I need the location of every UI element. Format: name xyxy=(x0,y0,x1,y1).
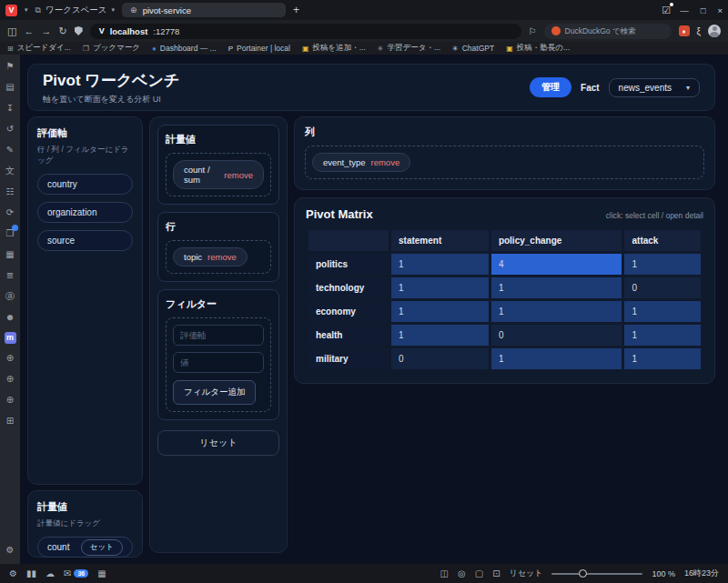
dimension-pill-source[interactable]: source xyxy=(37,230,133,251)
maximize-button[interactable]: □ xyxy=(701,5,706,15)
capture-icon[interactable]: ▢ xyxy=(475,568,483,578)
profile-avatar[interactable] xyxy=(708,25,721,37)
bookmark-panel-icon[interactable]: ⚑ xyxy=(6,60,15,73)
admin-button[interactable]: 管理 xyxy=(530,77,571,97)
forward-button[interactable]: → xyxy=(41,25,51,36)
url-field[interactable]: V localhost :12778 xyxy=(90,24,521,39)
page-actions-icon[interactable]: ◎ xyxy=(458,568,466,578)
matrix-cell[interactable]: 1 xyxy=(491,348,622,369)
bookmark-item[interactable]: ✳ChatGPT xyxy=(452,44,494,53)
back-button[interactable]: ← xyxy=(24,25,34,36)
panel-toggle-icon[interactable]: ◫ xyxy=(7,25,16,37)
filter-dropzone[interactable]: フィルター追加 xyxy=(166,317,271,412)
translate-icon[interactable]: 文 xyxy=(5,165,15,177)
matrix-cell[interactable]: 4 xyxy=(491,254,622,275)
measure-pill-count[interactable]: count セット xyxy=(37,537,133,558)
matrix-cell[interactable]: 1 xyxy=(624,325,701,346)
tasks-icon[interactable]: ☑ xyxy=(662,5,671,16)
reset-button[interactable]: リセット xyxy=(157,430,279,456)
calendar-panel-icon[interactable]: ▦ xyxy=(5,248,14,261)
add-filter-button[interactable]: フィルター追加 xyxy=(173,380,256,405)
matrix-cell[interactable]: 1 xyxy=(491,277,622,298)
measures-dropzone[interactable]: count / sum remove xyxy=(166,153,271,196)
bookmark-item[interactable]: ❐ブックマーク xyxy=(83,43,140,54)
vivaldi-menu-caret-icon[interactable]: ▾ xyxy=(25,6,28,14)
new-tab-button[interactable]: + xyxy=(293,4,299,16)
matrix-cell[interactable]: 1 xyxy=(624,301,701,322)
zoom-slider-knob[interactable] xyxy=(579,569,587,578)
close-button[interactable]: × xyxy=(717,5,723,15)
search-input[interactable] xyxy=(565,26,664,35)
rows-dropzone[interactable]: topic remove xyxy=(166,240,271,274)
history-icon[interactable]: ↺ xyxy=(6,123,14,136)
matrix-cell[interactable]: 1 xyxy=(391,254,489,275)
add-web-panel-icon[interactable]: ⊞ xyxy=(6,415,14,427)
columns-dropzone[interactable]: event_type remove xyxy=(305,146,704,179)
bookmark-item[interactable]: ▣投稿を追加・... xyxy=(302,43,366,54)
measure-chip[interactable]: count / sum remove xyxy=(173,160,264,189)
matrix-cell[interactable]: 0 xyxy=(391,348,489,369)
row-remove-link[interactable]: remove xyxy=(207,252,237,262)
bookmark-item[interactable]: ⊞スピードダイ... xyxy=(7,43,71,54)
bookmark-item[interactable]: ✳学習データ・... xyxy=(378,43,440,54)
fact-select[interactable]: news_events ▾ xyxy=(609,78,700,97)
filter-card: フィルター フィルター追加 xyxy=(157,289,279,420)
row-chip[interactable]: topic remove xyxy=(173,247,248,266)
mail-status-icon[interactable]: ✉36 xyxy=(64,568,88,578)
web-panel-globe-icon[interactable]: ⊕ xyxy=(6,373,14,386)
bookmark-item[interactable]: PPortainer | local xyxy=(228,44,290,53)
matrix-cell[interactable]: 0 xyxy=(491,325,622,346)
sync-panel-icon[interactable]: ⟳ xyxy=(6,206,14,219)
dimensions-card: 評価軸 行 / 列 / フィルターにドラッグ country organizat… xyxy=(27,116,143,485)
reload-button[interactable]: ↻ xyxy=(58,25,66,37)
contacts-panel-icon[interactable]: ☻ xyxy=(5,311,15,324)
sync-cloud-icon[interactable]: ☁ xyxy=(46,568,55,578)
extension-2-icon[interactable]: ξ xyxy=(697,26,701,36)
extension-icon[interactable]: ♦ xyxy=(679,25,690,36)
column-remove-link[interactable]: remove xyxy=(370,157,399,167)
tab-pivot-service[interactable]: ⊕ pivot-service xyxy=(122,3,286,17)
m-web-panel-icon[interactable]: m xyxy=(5,332,16,344)
minimize-button[interactable]: — xyxy=(680,5,689,15)
web-panel-globe-icon[interactable]: ⊕ xyxy=(6,352,14,365)
workspace-switcher[interactable]: ⧉ ワークスペース ▾ xyxy=(35,5,116,16)
dimension-pill-country[interactable]: country xyxy=(37,174,133,195)
bookmark-favicon-icon: ❐ xyxy=(83,45,89,53)
window-panel-icon[interactable]: ☷ xyxy=(6,186,15,198)
bookmark-item[interactable]: ▣投稿・塾長の... xyxy=(506,43,570,54)
set-measure-button[interactable]: セット xyxy=(81,539,123,556)
zoom-slider[interactable] xyxy=(551,573,642,575)
web-panel-globe-icon[interactable]: ⊕ xyxy=(6,394,14,407)
pause-animations-icon[interactable]: ▮▮ xyxy=(26,568,36,578)
measures-title: 計量値 xyxy=(166,133,271,146)
calendar-status-icon[interactable]: ▦ xyxy=(97,568,106,578)
feeds-panel-icon[interactable]: ≣ xyxy=(6,269,14,282)
column-chip[interactable]: event_type remove xyxy=(312,153,410,172)
reading-list-icon[interactable]: ▤ xyxy=(5,81,14,94)
dimension-pill-organization[interactable]: organization xyxy=(37,202,133,223)
matrix-cell[interactable]: 1 xyxy=(624,348,701,369)
bookmark-item[interactable]: ●Dashboard — ... xyxy=(152,44,217,53)
filter-axis-input[interactable] xyxy=(173,325,264,346)
matrix-cell[interactable]: 1 xyxy=(391,325,489,346)
images-toggle-icon[interactable]: ◫ xyxy=(440,568,449,578)
settings-gear-icon[interactable]: ⚙ xyxy=(6,544,15,557)
matrix-cell[interactable]: 1 xyxy=(491,301,622,322)
web-panel-a-icon[interactable]: ⓐ xyxy=(5,290,15,303)
bookmark-flag-icon[interactable]: ⚐ xyxy=(529,26,537,36)
filter-value-input[interactable] xyxy=(173,352,264,373)
shield-icon[interactable] xyxy=(75,26,83,35)
zoom-reset-button[interactable]: リセット xyxy=(510,568,543,579)
matrix-cell[interactable]: 1 xyxy=(391,301,489,322)
matrix-cell[interactable]: 1 xyxy=(624,254,701,275)
matrix-cell[interactable]: 1 xyxy=(391,277,489,298)
snapshot-icon[interactable]: ⊡ xyxy=(492,568,500,578)
search-field[interactable] xyxy=(544,24,672,39)
downloads-icon[interactable]: ↧ xyxy=(6,102,14,115)
vivaldi-logo-icon[interactable]: V xyxy=(5,5,17,16)
matrix-cell[interactable]: 0 xyxy=(624,277,701,298)
settings-icon[interactable]: ⚙ xyxy=(9,568,17,578)
notes-icon[interactable]: ✎ xyxy=(6,144,14,156)
mail-panel-icon[interactable]: ❐ xyxy=(6,227,15,240)
measure-remove-link[interactable]: remove xyxy=(224,170,253,180)
